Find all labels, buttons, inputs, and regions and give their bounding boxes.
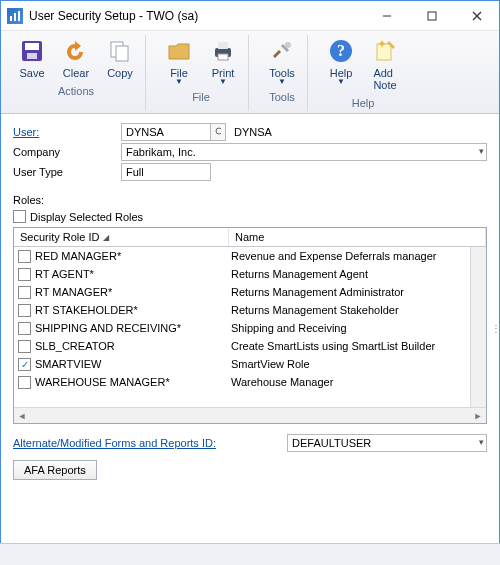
svg-rect-4: [428, 12, 436, 20]
copy-button[interactable]: Copy: [101, 35, 139, 81]
app-icon: [7, 8, 23, 24]
role-checkbox[interactable]: [18, 376, 31, 389]
role-id: RT AGENT*: [35, 268, 94, 280]
svg-rect-11: [116, 46, 128, 61]
grid-header: Security Role ID ◢ Name: [14, 228, 486, 247]
svg-rect-9: [27, 53, 37, 59]
table-row[interactable]: ✓SMARTVIEWSmartView Role: [14, 355, 486, 373]
save-button[interactable]: Save: [13, 35, 51, 81]
role-checkbox[interactable]: [18, 322, 31, 335]
sort-indicator-icon: ◢: [103, 233, 109, 242]
svg-point-15: [285, 42, 291, 48]
afa-reports-button[interactable]: AFA Reports: [13, 460, 97, 480]
svg-text:✦: ✦: [377, 38, 387, 51]
table-row[interactable]: RT MANAGER*Returns Management Administra…: [14, 283, 486, 301]
svg-rect-8: [25, 43, 39, 50]
grid-body: RED MANAGER*Revenue and Expense Deferral…: [14, 247, 486, 407]
svg-rect-14: [218, 54, 228, 60]
table-row[interactable]: RT AGENT*Returns Management Agent: [14, 265, 486, 283]
role-id: RED MANAGER*: [35, 250, 121, 262]
svg-rect-2: [18, 11, 20, 21]
roles-section: Roles: Display Selected Roles Security R…: [1, 188, 499, 428]
copy-icon: [106, 37, 134, 65]
role-checkbox[interactable]: [18, 286, 31, 299]
altmod-select[interactable]: DEFAULTUSER ▾: [287, 434, 487, 452]
user-id-field[interactable]: DYNSA: [121, 123, 211, 141]
close-button[interactable]: [454, 1, 499, 31]
chevron-down-icon: ▼: [337, 79, 345, 85]
display-selected-checkbox[interactable]: [13, 210, 26, 223]
expand-handle[interactable]: ⋮: [492, 318, 500, 338]
role-name: Warehouse Manager: [229, 376, 486, 388]
role-id: SHIPPING AND RECEIVING*: [35, 322, 181, 334]
ribbon-group-label-help: Help: [352, 97, 375, 111]
table-row[interactable]: RED MANAGER*Revenue and Expense Deferral…: [14, 247, 486, 265]
column-security-role-id[interactable]: Security Role ID ◢: [14, 228, 229, 246]
svg-text:?: ?: [337, 42, 345, 59]
form-area: User: DYNSA DYNSA Company Fabrikam, Inc.…: [1, 114, 499, 188]
company-select[interactable]: Fabrikam, Inc. ▾: [121, 143, 487, 161]
scroll-left-icon[interactable]: ◄: [14, 408, 30, 424]
svg-rect-0: [10, 16, 12, 21]
maximize-button[interactable]: [409, 1, 454, 31]
roles-heading: Roles:: [13, 194, 487, 206]
note-icon: ✦: [371, 37, 399, 65]
company-label: Company: [13, 146, 121, 158]
ribbon-group-file: File ▼ Print ▼ File: [154, 35, 249, 111]
role-checkbox[interactable]: [18, 304, 31, 317]
ribbon-group-label-actions: Actions: [58, 85, 94, 99]
role-id: RT MANAGER*: [35, 286, 112, 298]
ribbon: Save Clear Copy Actions Fi: [1, 31, 499, 114]
altmod-row: Alternate/Modified Forms and Reports ID:…: [1, 428, 499, 458]
chevron-down-icon: ▾: [479, 437, 484, 447]
usertype-label: User Type: [13, 166, 121, 178]
search-icon: [215, 127, 221, 137]
status-bar: [0, 543, 500, 565]
titlebar: User Security Setup - TWO (sa): [1, 1, 499, 31]
role-checkbox[interactable]: [18, 340, 31, 353]
window-title: User Security Setup - TWO (sa): [29, 9, 364, 23]
add-note-button[interactable]: ✦ AddNote: [366, 35, 404, 93]
table-row[interactable]: RT STAKEHOLDER*Returns Management Stakeh…: [14, 301, 486, 319]
role-name: Shipping and Receiving: [229, 322, 486, 334]
role-checkbox[interactable]: [18, 268, 31, 281]
role-id: RT STAKEHOLDER*: [35, 304, 138, 316]
save-icon: [18, 37, 46, 65]
tools-icon: [268, 37, 296, 65]
column-name[interactable]: Name: [229, 228, 486, 246]
altmod-label[interactable]: Alternate/Modified Forms and Reports ID:: [13, 437, 281, 449]
undo-icon: [62, 37, 90, 65]
user-lookup-button[interactable]: [211, 123, 226, 141]
printer-icon: [209, 37, 237, 65]
role-name: Returns Management Stakeholder: [229, 304, 486, 316]
ribbon-group-label-tools: Tools: [269, 91, 295, 105]
role-id: SLB_CREATOR: [35, 340, 115, 352]
minimize-button[interactable]: [364, 1, 409, 31]
table-row[interactable]: WAREHOUSE MANAGER*Warehouse Manager: [14, 373, 486, 391]
role-checkbox[interactable]: ✓: [18, 358, 31, 371]
svg-rect-1: [14, 13, 16, 21]
print-button[interactable]: Print ▼: [204, 35, 242, 87]
ribbon-group-help: ? Help ▼ ✦ AddNote Help: [316, 35, 410, 111]
ribbon-group-actions: Save Clear Copy Actions: [7, 35, 146, 111]
folder-icon: [165, 37, 193, 65]
file-button[interactable]: File ▼: [160, 35, 198, 87]
clear-button[interactable]: Clear: [57, 35, 95, 81]
user-label[interactable]: User:: [13, 126, 121, 138]
usertype-field: Full: [121, 163, 211, 181]
display-selected-label: Display Selected Roles: [30, 211, 143, 223]
role-id: SMARTVIEW: [35, 358, 101, 370]
vertical-scrollbar[interactable]: [470, 247, 486, 407]
roles-grid: Security Role ID ◢ Name RED MANAGER*Reve…: [13, 227, 487, 424]
scroll-right-icon[interactable]: ►: [470, 408, 486, 424]
horizontal-scrollbar[interactable]: ◄ ►: [14, 407, 486, 423]
chevron-down-icon: ▼: [278, 79, 286, 85]
svg-point-20: [216, 128, 221, 134]
tools-button[interactable]: Tools ▼: [263, 35, 301, 87]
help-button[interactable]: ? Help ▼: [322, 35, 360, 93]
role-checkbox[interactable]: [18, 250, 31, 263]
table-row[interactable]: SHIPPING AND RECEIVING*Shipping and Rece…: [14, 319, 486, 337]
chevron-down-icon: ▼: [175, 79, 183, 85]
table-row[interactable]: SLB_CREATORCreate SmartLists using Smart…: [14, 337, 486, 355]
role-name: Revenue and Expense Deferrals manager: [229, 250, 486, 262]
